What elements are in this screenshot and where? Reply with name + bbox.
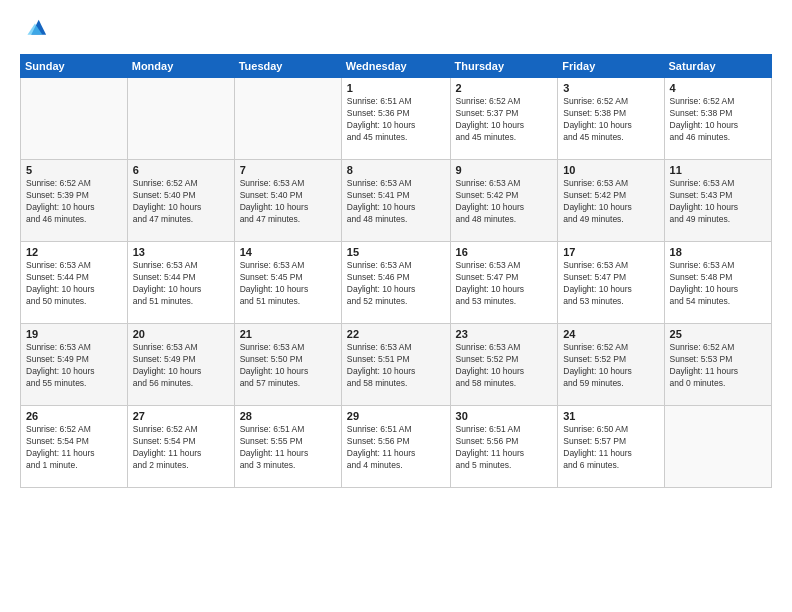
- day-number: 12: [26, 246, 122, 258]
- day-number: 4: [670, 82, 766, 94]
- logo: [20, 16, 52, 44]
- day-number: 7: [240, 164, 336, 176]
- day-number: 10: [563, 164, 658, 176]
- weekday-header-tuesday: Tuesday: [234, 55, 341, 78]
- calendar-cell: 9Sunrise: 6:53 AM Sunset: 5:42 PM Daylig…: [450, 160, 558, 242]
- calendar-cell: 31Sunrise: 6:50 AM Sunset: 5:57 PM Dayli…: [558, 406, 664, 488]
- calendar-cell: 25Sunrise: 6:52 AM Sunset: 5:53 PM Dayli…: [664, 324, 771, 406]
- day-number: 29: [347, 410, 445, 422]
- calendar-cell: 28Sunrise: 6:51 AM Sunset: 5:55 PM Dayli…: [234, 406, 341, 488]
- day-number: 23: [456, 328, 553, 340]
- day-info: Sunrise: 6:53 AM Sunset: 5:49 PM Dayligh…: [26, 342, 122, 390]
- calendar-week-row: 5Sunrise: 6:52 AM Sunset: 5:39 PM Daylig…: [21, 160, 772, 242]
- calendar-cell: [127, 78, 234, 160]
- day-number: 8: [347, 164, 445, 176]
- day-number: 17: [563, 246, 658, 258]
- day-info: Sunrise: 6:50 AM Sunset: 5:57 PM Dayligh…: [563, 424, 658, 472]
- day-number: 30: [456, 410, 553, 422]
- calendar-cell: 4Sunrise: 6:52 AM Sunset: 5:38 PM Daylig…: [664, 78, 771, 160]
- weekday-header-saturday: Saturday: [664, 55, 771, 78]
- calendar-cell: 24Sunrise: 6:52 AM Sunset: 5:52 PM Dayli…: [558, 324, 664, 406]
- calendar: SundayMondayTuesdayWednesdayThursdayFrid…: [20, 54, 772, 488]
- day-info: Sunrise: 6:52 AM Sunset: 5:52 PM Dayligh…: [563, 342, 658, 390]
- day-number: 19: [26, 328, 122, 340]
- day-info: Sunrise: 6:53 AM Sunset: 5:42 PM Dayligh…: [456, 178, 553, 226]
- day-info: Sunrise: 6:52 AM Sunset: 5:53 PM Dayligh…: [670, 342, 766, 390]
- calendar-cell: 8Sunrise: 6:53 AM Sunset: 5:41 PM Daylig…: [341, 160, 450, 242]
- calendar-cell: 21Sunrise: 6:53 AM Sunset: 5:50 PM Dayli…: [234, 324, 341, 406]
- day-info: Sunrise: 6:51 AM Sunset: 5:56 PM Dayligh…: [456, 424, 553, 472]
- day-number: 15: [347, 246, 445, 258]
- calendar-cell: 2Sunrise: 6:52 AM Sunset: 5:37 PM Daylig…: [450, 78, 558, 160]
- calendar-cell: 6Sunrise: 6:52 AM Sunset: 5:40 PM Daylig…: [127, 160, 234, 242]
- day-number: 31: [563, 410, 658, 422]
- logo-icon: [20, 16, 48, 44]
- day-number: 9: [456, 164, 553, 176]
- header: [20, 16, 772, 44]
- weekday-header-wednesday: Wednesday: [341, 55, 450, 78]
- calendar-cell: 16Sunrise: 6:53 AM Sunset: 5:47 PM Dayli…: [450, 242, 558, 324]
- day-info: Sunrise: 6:53 AM Sunset: 5:51 PM Dayligh…: [347, 342, 445, 390]
- weekday-header-monday: Monday: [127, 55, 234, 78]
- day-info: Sunrise: 6:51 AM Sunset: 5:36 PM Dayligh…: [347, 96, 445, 144]
- day-number: 13: [133, 246, 229, 258]
- day-info: Sunrise: 6:53 AM Sunset: 5:47 PM Dayligh…: [456, 260, 553, 308]
- day-info: Sunrise: 6:52 AM Sunset: 5:37 PM Dayligh…: [456, 96, 553, 144]
- weekday-header-sunday: Sunday: [21, 55, 128, 78]
- day-number: 16: [456, 246, 553, 258]
- day-info: Sunrise: 6:52 AM Sunset: 5:39 PM Dayligh…: [26, 178, 122, 226]
- calendar-cell: 7Sunrise: 6:53 AM Sunset: 5:40 PM Daylig…: [234, 160, 341, 242]
- day-info: Sunrise: 6:51 AM Sunset: 5:55 PM Dayligh…: [240, 424, 336, 472]
- calendar-cell: 26Sunrise: 6:52 AM Sunset: 5:54 PM Dayli…: [21, 406, 128, 488]
- day-info: Sunrise: 6:53 AM Sunset: 5:44 PM Dayligh…: [26, 260, 122, 308]
- calendar-cell: 12Sunrise: 6:53 AM Sunset: 5:44 PM Dayli…: [21, 242, 128, 324]
- calendar-week-row: 12Sunrise: 6:53 AM Sunset: 5:44 PM Dayli…: [21, 242, 772, 324]
- calendar-cell: 1Sunrise: 6:51 AM Sunset: 5:36 PM Daylig…: [341, 78, 450, 160]
- calendar-cell: 13Sunrise: 6:53 AM Sunset: 5:44 PM Dayli…: [127, 242, 234, 324]
- day-number: 2: [456, 82, 553, 94]
- day-info: Sunrise: 6:52 AM Sunset: 5:38 PM Dayligh…: [670, 96, 766, 144]
- calendar-cell: 10Sunrise: 6:53 AM Sunset: 5:42 PM Dayli…: [558, 160, 664, 242]
- day-info: Sunrise: 6:53 AM Sunset: 5:45 PM Dayligh…: [240, 260, 336, 308]
- calendar-cell: 17Sunrise: 6:53 AM Sunset: 5:47 PM Dayli…: [558, 242, 664, 324]
- calendar-cell: 5Sunrise: 6:52 AM Sunset: 5:39 PM Daylig…: [21, 160, 128, 242]
- day-number: 3: [563, 82, 658, 94]
- calendar-cell: 19Sunrise: 6:53 AM Sunset: 5:49 PM Dayli…: [21, 324, 128, 406]
- calendar-cell: 30Sunrise: 6:51 AM Sunset: 5:56 PM Dayli…: [450, 406, 558, 488]
- day-number: 26: [26, 410, 122, 422]
- calendar-cell: [21, 78, 128, 160]
- calendar-cell: 11Sunrise: 6:53 AM Sunset: 5:43 PM Dayli…: [664, 160, 771, 242]
- day-number: 24: [563, 328, 658, 340]
- day-number: 6: [133, 164, 229, 176]
- calendar-cell: 3Sunrise: 6:52 AM Sunset: 5:38 PM Daylig…: [558, 78, 664, 160]
- calendar-cell: 23Sunrise: 6:53 AM Sunset: 5:52 PM Dayli…: [450, 324, 558, 406]
- day-info: Sunrise: 6:53 AM Sunset: 5:49 PM Dayligh…: [133, 342, 229, 390]
- calendar-cell: [664, 406, 771, 488]
- weekday-header-thursday: Thursday: [450, 55, 558, 78]
- calendar-week-row: 1Sunrise: 6:51 AM Sunset: 5:36 PM Daylig…: [21, 78, 772, 160]
- page: SundayMondayTuesdayWednesdayThursdayFrid…: [0, 0, 792, 612]
- day-number: 1: [347, 82, 445, 94]
- calendar-cell: 27Sunrise: 6:52 AM Sunset: 5:54 PM Dayli…: [127, 406, 234, 488]
- calendar-cell: 14Sunrise: 6:53 AM Sunset: 5:45 PM Dayli…: [234, 242, 341, 324]
- weekday-header-friday: Friday: [558, 55, 664, 78]
- day-number: 28: [240, 410, 336, 422]
- calendar-cell: 22Sunrise: 6:53 AM Sunset: 5:51 PM Dayli…: [341, 324, 450, 406]
- day-info: Sunrise: 6:52 AM Sunset: 5:38 PM Dayligh…: [563, 96, 658, 144]
- day-info: Sunrise: 6:53 AM Sunset: 5:44 PM Dayligh…: [133, 260, 229, 308]
- day-number: 18: [670, 246, 766, 258]
- day-info: Sunrise: 6:53 AM Sunset: 5:41 PM Dayligh…: [347, 178, 445, 226]
- calendar-cell: [234, 78, 341, 160]
- day-info: Sunrise: 6:53 AM Sunset: 5:43 PM Dayligh…: [670, 178, 766, 226]
- day-info: Sunrise: 6:53 AM Sunset: 5:50 PM Dayligh…: [240, 342, 336, 390]
- calendar-cell: 15Sunrise: 6:53 AM Sunset: 5:46 PM Dayli…: [341, 242, 450, 324]
- calendar-cell: 20Sunrise: 6:53 AM Sunset: 5:49 PM Dayli…: [127, 324, 234, 406]
- day-number: 5: [26, 164, 122, 176]
- day-number: 27: [133, 410, 229, 422]
- day-info: Sunrise: 6:53 AM Sunset: 5:40 PM Dayligh…: [240, 178, 336, 226]
- day-info: Sunrise: 6:53 AM Sunset: 5:52 PM Dayligh…: [456, 342, 553, 390]
- calendar-week-row: 26Sunrise: 6:52 AM Sunset: 5:54 PM Dayli…: [21, 406, 772, 488]
- day-number: 22: [347, 328, 445, 340]
- day-info: Sunrise: 6:52 AM Sunset: 5:54 PM Dayligh…: [133, 424, 229, 472]
- day-number: 11: [670, 164, 766, 176]
